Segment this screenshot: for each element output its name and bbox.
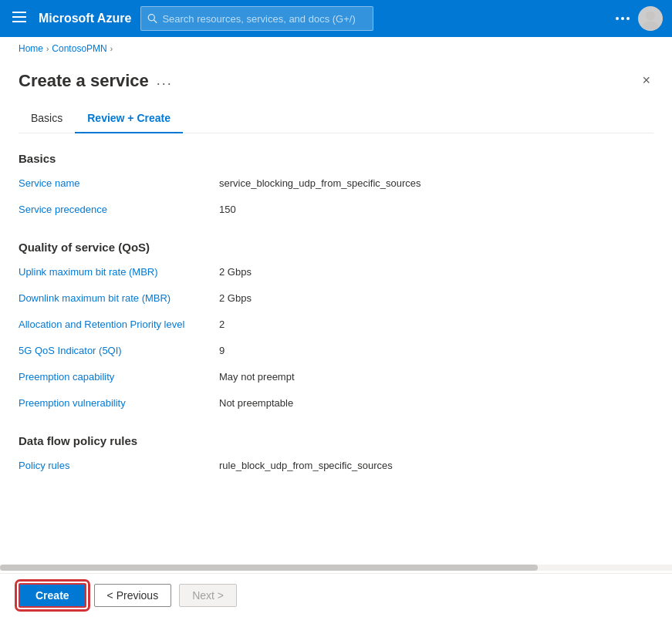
breadcrumb-contosopmn[interactable]: ContosoPMN bbox=[52, 43, 106, 54]
field-preemption-vulnerability: Preemption vulnerability Not preemptable bbox=[19, 397, 653, 416]
svg-rect-0 bbox=[12, 12, 26, 13]
data-flow-section: Data flow policy rules Policy rules rule… bbox=[19, 434, 653, 478]
field-value-service-name: service_blocking_udp_from_specific_sourc… bbox=[219, 177, 421, 189]
field-value-downlink-mbr: 2 Gbps bbox=[219, 292, 252, 304]
page-title: Create a service bbox=[19, 71, 149, 91]
field-label-downlink-mbr: Downlink maximum bit rate (MBR) bbox=[19, 292, 219, 304]
svg-point-7 bbox=[626, 17, 630, 20]
field-label-preemption-vulnerability: Preemption vulnerability bbox=[19, 397, 219, 409]
svg-rect-1 bbox=[12, 16, 26, 18]
field-service-name: Service name service_blocking_udp_from_s… bbox=[19, 177, 653, 196]
close-button[interactable]: × bbox=[639, 69, 653, 92]
breadcrumb-home[interactable]: Home bbox=[19, 43, 43, 54]
svg-point-3 bbox=[149, 15, 155, 21]
field-label-preemption-capability: Preemption capability bbox=[19, 371, 219, 383]
avatar[interactable] bbox=[638, 6, 663, 31]
nav-icons bbox=[610, 6, 663, 31]
field-label-policy-rules: Policy rules bbox=[19, 460, 219, 471]
svg-point-6 bbox=[621, 17, 624, 20]
field-uplink-mbr: Uplink maximum bit rate (MBR) 2 Gbps bbox=[19, 266, 653, 285]
breadcrumb: Home › ContosoPMN › bbox=[0, 37, 672, 60]
data-flow-section-title: Data flow policy rules bbox=[19, 434, 653, 447]
search-bar[interactable] bbox=[140, 6, 373, 31]
field-label-5qi: 5G QoS Indicator (5QI) bbox=[19, 345, 219, 356]
page-header: Create a service ... × bbox=[19, 60, 653, 104]
search-input[interactable] bbox=[162, 13, 366, 25]
field-5qi: 5G QoS Indicator (5QI) 9 bbox=[19, 345, 653, 363]
page-options-icon[interactable]: ... bbox=[157, 72, 173, 89]
svg-point-5 bbox=[616, 17, 619, 20]
field-service-precedence: Service precedence 150 bbox=[19, 204, 653, 222]
field-label-uplink-mbr: Uplink maximum bit rate (MBR) bbox=[19, 266, 219, 278]
field-label-service-name: Service name bbox=[19, 177, 219, 189]
field-value-policy-rules: rule_block_udp_from_specific_sources bbox=[219, 460, 393, 471]
breadcrumb-sep-1: › bbox=[46, 45, 49, 53]
field-value-5qi: 9 bbox=[219, 345, 225, 356]
svg-point-9 bbox=[643, 22, 659, 30]
breadcrumb-sep-2: › bbox=[110, 45, 113, 53]
field-value-service-precedence: 150 bbox=[219, 204, 236, 215]
field-value-preemption-vulnerability: Not preemptable bbox=[219, 397, 293, 409]
field-preemption-capability: Preemption capability May not preempt bbox=[19, 371, 653, 389]
field-value-preemption-capability: May not preempt bbox=[219, 371, 295, 383]
field-label-arp-level: Allocation and Retention Priority level bbox=[19, 319, 219, 330]
basics-section-title: Basics bbox=[19, 152, 653, 165]
main-content: Create a service ... × Basics Review + C… bbox=[0, 60, 672, 558]
basics-section: Basics Service name service_blocking_udp… bbox=[19, 152, 653, 222]
field-downlink-mbr: Downlink maximum bit rate (MBR) 2 Gbps bbox=[19, 292, 653, 311]
field-arp-level: Allocation and Retention Priority level … bbox=[19, 319, 653, 337]
qos-section-title: Quality of service (QoS) bbox=[19, 241, 653, 254]
hamburger-icon[interactable] bbox=[9, 7, 29, 31]
svg-point-8 bbox=[646, 11, 655, 20]
field-value-arp-level: 2 bbox=[219, 319, 225, 330]
field-label-service-precedence: Service precedence bbox=[19, 204, 219, 215]
tab-basics[interactable]: Basics bbox=[19, 104, 75, 133]
ellipsis-nav-icon[interactable] bbox=[610, 6, 635, 31]
brand-title: Microsoft Azure bbox=[39, 12, 131, 25]
field-value-uplink-mbr: 2 Gbps bbox=[219, 266, 252, 278]
tabs: Basics Review + Create bbox=[19, 104, 653, 133]
svg-rect-2 bbox=[12, 21, 26, 22]
field-policy-rules: Policy rules rule_block_udp_from_specifi… bbox=[19, 460, 653, 478]
top-nav: Microsoft Azure bbox=[0, 0, 672, 37]
qos-section: Quality of service (QoS) Uplink maximum … bbox=[19, 241, 653, 416]
tab-review-create[interactable]: Review + Create bbox=[75, 104, 183, 133]
svg-line-4 bbox=[154, 20, 157, 23]
